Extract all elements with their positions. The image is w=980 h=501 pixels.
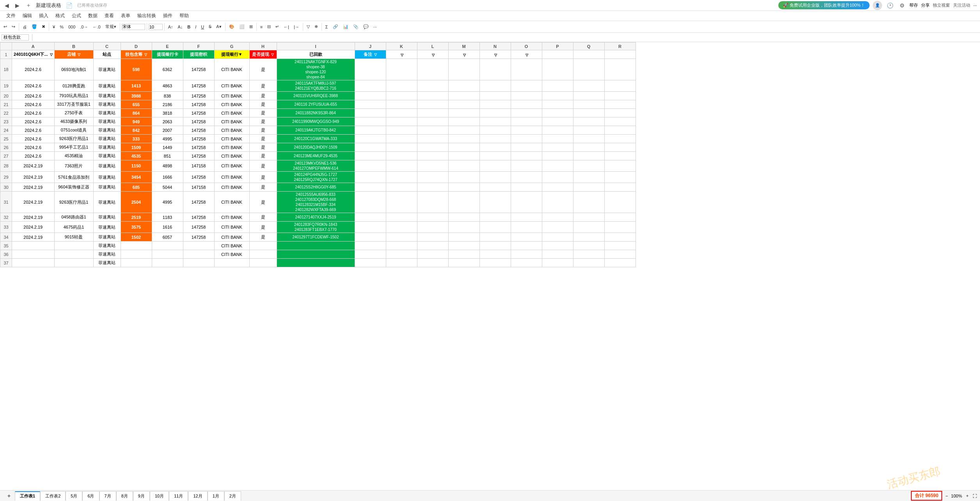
cell-32-D[interactable]: 2519 (121, 213, 152, 222)
follow-label[interactable]: 关注活动 (953, 2, 970, 8)
cell-24-H[interactable]: 是 (249, 126, 277, 135)
cell-34-P[interactable] (542, 233, 573, 242)
cell-29-R[interactable] (604, 172, 636, 183)
cell-20-A[interactable]: 2024.2.6 (12, 92, 55, 100)
cell-37-K[interactable] (386, 259, 417, 267)
cell-30-E[interactable]: 5044 (152, 183, 183, 192)
cell-24-K[interactable] (386, 126, 417, 135)
print-btn[interactable]: 🖨 (21, 23, 29, 30)
cell-19-H[interactable]: 是 (249, 80, 277, 92)
cell-26-P[interactable] (542, 143, 573, 152)
sheet-tab-7月[interactable]: 7月 (99, 491, 116, 501)
cell-35-H[interactable] (249, 242, 277, 250)
cell-20-M[interactable] (448, 92, 479, 100)
cell-24-O[interactable] (511, 126, 542, 135)
sheet-tab-工作表2[interactable]: 工作表2 (40, 491, 66, 501)
cell-27-K[interactable] (386, 152, 417, 160)
cell-30-R[interactable] (604, 183, 636, 192)
cell-34-G[interactable]: CITI BANK (214, 233, 249, 242)
cell-34-L[interactable] (417, 233, 448, 242)
col-header-D[interactable]: D (121, 43, 152, 50)
cell-29-O[interactable] (511, 172, 542, 183)
cell-21-J[interactable] (355, 100, 386, 109)
cell-37-O[interactable] (511, 259, 542, 267)
cell-22-Q[interactable] (573, 109, 604, 117)
col-header-J[interactable]: J (355, 43, 386, 50)
cell-21-Q[interactable] (573, 100, 604, 109)
cell-23-C[interactable]: 菲速离站 (93, 117, 121, 126)
col-header-G[interactable]: G (214, 43, 249, 50)
cell-36-C[interactable]: 菲速离站 (93, 250, 121, 259)
cell-35-P[interactable] (542, 242, 573, 250)
header-K[interactable]: ▽ (386, 50, 417, 59)
cell-33-N[interactable] (479, 222, 511, 233)
sheet-tab-1月[interactable]: 1月 (208, 491, 224, 501)
cell-32-G[interactable]: CITI BANK (214, 213, 249, 222)
cell-21-B[interactable]: 3317万圣节服装1 (54, 100, 93, 109)
cell-24-B[interactable]: 0751cool道具 (54, 126, 93, 135)
cell-25-Q[interactable] (573, 135, 604, 143)
cell-25-G[interactable]: CITI BANK (214, 135, 249, 143)
cell-24-Q[interactable] (573, 126, 604, 135)
cell-23-M[interactable] (448, 117, 479, 126)
cell-28-K[interactable] (386, 160, 417, 172)
cell-28-G[interactable]: CITI BANK (214, 160, 249, 172)
cell-29-K[interactable] (386, 172, 417, 183)
cell-22-C[interactable]: 菲速离站 (93, 109, 121, 117)
freeze-btn[interactable]: ❄ (312, 23, 320, 30)
cell-36-K[interactable] (386, 250, 417, 259)
cell-33-B[interactable]: 4675药品1 (54, 222, 93, 233)
cell-26-H[interactable]: 是 (249, 143, 277, 152)
cell-21-E[interactable]: 2186 (152, 100, 183, 109)
cell-19-E[interactable]: 4863 (152, 80, 183, 92)
header-D[interactable]: 枝包含筹 ▽ (121, 50, 152, 59)
cell-37-F[interactable] (183, 259, 214, 267)
cell-32-I[interactable]: 2401271407XXJ4-2519 (277, 213, 355, 222)
fullscreen-btn[interactable]: ⛶ (973, 494, 977, 498)
cell-28-L[interactable] (417, 160, 448, 172)
cell-21-H[interactable]: 是 (249, 100, 277, 109)
sheet-tab-8月[interactable]: 8月 (116, 491, 133, 501)
filter-M[interactable]: ▽ (463, 53, 466, 57)
formula-input[interactable] (36, 35, 978, 40)
cell-25-B[interactable]: 9263医疗用品1 (54, 135, 93, 143)
cell-25-A[interactable]: 2024.2.6 (12, 135, 55, 143)
cell-18-N[interactable] (479, 59, 511, 80)
cell-24-C[interactable]: 菲速离站 (93, 126, 121, 135)
cell-35-J[interactable] (355, 242, 386, 250)
cell-18-F[interactable]: 147258 (183, 59, 214, 80)
cell-24-A[interactable]: 2024.2.6 (12, 126, 55, 135)
cell-30-O[interactable] (511, 183, 542, 192)
cell-24-P[interactable] (542, 126, 573, 135)
cell-28-P[interactable] (542, 160, 573, 172)
sheet-tab-10月[interactable]: 10月 (150, 491, 169, 501)
chart-btn[interactable]: 📊 (341, 23, 350, 30)
cell-24-L[interactable] (417, 126, 448, 135)
cell-35-C[interactable]: 菲速离站 (93, 242, 121, 250)
cell-30-H[interactable]: 是 (249, 183, 277, 192)
header-A[interactable]: 240101Q6KH下... ▽ (12, 50, 55, 59)
back-btn[interactable]: ◀ (3, 2, 11, 9)
col-header-E[interactable]: E (152, 43, 183, 50)
cell-37-G[interactable] (214, 259, 249, 267)
cell-26-D[interactable]: 1509 (121, 143, 152, 152)
cell-34-H[interactable]: 是 (249, 233, 277, 242)
cell-31-N[interactable] (479, 192, 511, 213)
cell-33-L[interactable] (417, 222, 448, 233)
cell-24-E[interactable]: 2007 (152, 126, 183, 135)
cell-27-F[interactable]: 147258 (183, 152, 214, 160)
cell-31-J[interactable] (355, 192, 386, 213)
cell-33-A[interactable]: 2024.2.19 (12, 222, 55, 233)
cell-36-G[interactable]: CITI BANK (214, 250, 249, 259)
cell-36-B[interactable] (54, 250, 93, 259)
upgrade-btn[interactable]: 🚀 免费试用企业版，团队效率提升100%！ (778, 1, 870, 9)
cell-20-O[interactable] (511, 92, 542, 100)
cell-32-N[interactable] (479, 213, 511, 222)
cell-27-A[interactable]: 2024.2.6 (12, 152, 55, 160)
menu-view[interactable]: 查看 (101, 12, 117, 20)
cell-28-J[interactable] (355, 160, 386, 172)
cell-27-H[interactable]: 是 (249, 152, 277, 160)
cell-21-C[interactable]: 菲速离站 (93, 100, 121, 109)
cell-29-E[interactable]: 1666 (152, 172, 183, 183)
cell-21-F[interactable]: 147258 (183, 100, 214, 109)
